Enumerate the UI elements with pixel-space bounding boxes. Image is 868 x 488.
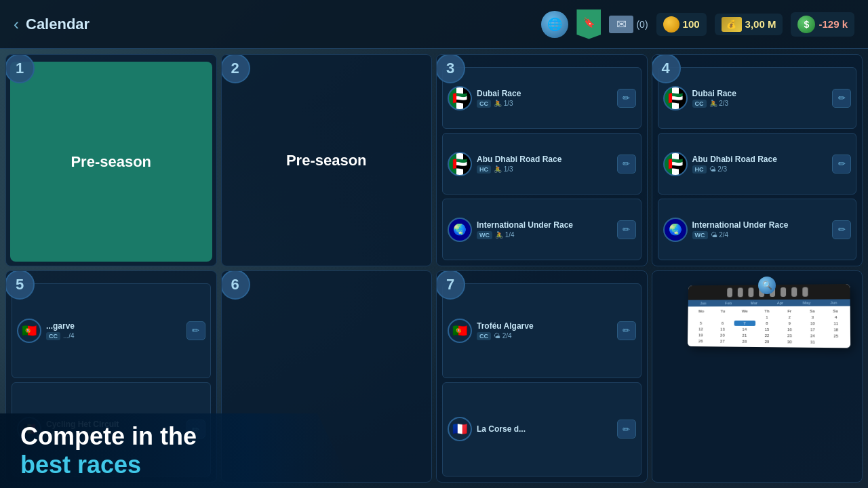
race-badge-row: HC 🚴 1/3 xyxy=(477,165,612,174)
week-8-cell: 🔍 Jan Feb Mar xyxy=(652,270,863,483)
week-4-number: 4 xyxy=(652,54,681,83)
week-1-number: 1 xyxy=(5,54,35,83)
cal-day: 11 xyxy=(825,321,848,326)
cal-day: 5 xyxy=(690,321,711,326)
cal-day: 23 xyxy=(778,333,801,338)
race-info: International Under Race WC 🌤 2/4 xyxy=(692,220,828,239)
week-7-races: 🇵🇹 Troféu Algarve CC 🌤 2/4 ✏ 🇫🇷 La Corse… xyxy=(437,271,647,482)
cal-day-header: Fr xyxy=(778,309,801,313)
cal-day: 8 xyxy=(756,321,778,326)
race-item[interactable]: 🇦🇪 Dubai Race CC 🚴 1/3 ✏ xyxy=(442,67,642,129)
race-name: Abu Dhabi Road Race xyxy=(692,155,828,164)
cal-month: Mar xyxy=(741,301,767,305)
edit-button[interactable]: ✏ xyxy=(617,321,636,340)
cal-day: 6 xyxy=(712,321,733,326)
cal-month: May xyxy=(793,301,820,305)
cal-day: 31 xyxy=(802,339,824,344)
cal-month: Feb xyxy=(715,301,741,305)
cal-day: 16 xyxy=(778,327,801,332)
uae-flag-2: 🇦🇪 xyxy=(448,152,472,176)
spiral-dot xyxy=(791,287,797,297)
fra-flag: 🇫🇷 xyxy=(448,417,472,441)
edit-button[interactable]: ✏ xyxy=(832,89,851,108)
race-badge: CC xyxy=(477,100,491,108)
coin-icon xyxy=(663,16,679,33)
race-item[interactable]: 🇵🇹 ...garve CC .../4 ✏ xyxy=(12,283,211,378)
uae-flag-1: 🇦🇪 xyxy=(448,86,472,110)
race-info: ...garve CC .../4 xyxy=(46,321,182,340)
race-badge: WC xyxy=(692,231,708,239)
race-name: Abu Dhabi Road Race xyxy=(477,155,612,164)
week-5-number: 5 xyxy=(5,270,35,300)
globe-icon[interactable]: 🌐 xyxy=(541,11,568,38)
race-item[interactable]: 🌏 International Under Race WC 🌤 2/4 ✏ xyxy=(658,199,857,260)
race-name: ...garve xyxy=(46,321,182,331)
edit-button[interactable]: ✏ xyxy=(832,155,851,174)
cal-day-header: Sa xyxy=(801,309,824,313)
race-progress: 🌤 2/4 xyxy=(711,231,729,239)
cal-day: 17 xyxy=(802,327,824,332)
spiral-dot xyxy=(727,288,732,298)
week-1-preseason: Pre-season xyxy=(10,62,212,262)
cal-day: 26 xyxy=(690,338,711,344)
bookmark-icon[interactable]: 🔖 xyxy=(576,9,601,39)
race-info: Abu Dhabi Road Race HC 🌤 2/3 xyxy=(692,155,828,174)
back-button[interactable]: ‹ xyxy=(14,15,19,34)
bottom-overlay: Compete in the best races xyxy=(0,413,353,488)
week-4-cell: 4 🇦🇪 Dubai Race CC 🚴 2/3 ✏ 🇦🇪 Abu Dhabi … xyxy=(652,54,863,266)
cal-day: 30 xyxy=(778,339,801,344)
race-badge-row: CC 🌤 2/4 xyxy=(477,332,612,340)
calendar-icon-top: 🔍 xyxy=(758,277,776,294)
race-item[interactable]: 🇵🇹 Troféu Algarve CC 🌤 2/4 ✏ xyxy=(442,283,642,378)
cal-day: 1 xyxy=(756,314,778,320)
race-badge: HC xyxy=(692,165,707,174)
week-2-number: 2 xyxy=(221,54,250,83)
cal-day: 3 xyxy=(802,314,824,320)
race-progress: .../4 xyxy=(63,332,75,340)
race-item[interactable]: 🌏 International Under Race WC 🚴 1/4 ✏ xyxy=(442,199,642,260)
aus-flag-1: 🌏 xyxy=(448,218,472,242)
cal-day: 28 xyxy=(734,339,755,344)
edit-button[interactable]: ✏ xyxy=(617,220,636,239)
race-badge-row: CC 🚴 2/3 xyxy=(692,100,828,108)
edit-button[interactable]: ✏ xyxy=(832,220,851,239)
calendar-widget: 🔍 Jan Feb Mar xyxy=(686,285,848,347)
edit-button[interactable]: ✏ xyxy=(617,420,636,439)
spiral-dot xyxy=(738,288,743,298)
week-3-cell: 3 🇦🇪 Dubai Race CC 🚴 1/3 ✏ 🇦🇪 Abu Dhabi … xyxy=(436,54,648,266)
race-progress: 🌤 2/4 xyxy=(494,332,512,340)
calendar-widget-container: 🔍 Jan Feb Mar xyxy=(652,271,863,482)
cal-day-header: Su xyxy=(824,309,848,313)
week-1-cell: 1 Pre-season xyxy=(5,54,217,266)
cal-day-header: Tu xyxy=(712,309,734,313)
money-value: 3,00 M xyxy=(745,18,776,30)
edit-button[interactable]: ✏ xyxy=(186,321,205,340)
cal-grid: Mo Tu We Th Fr Sa Su · · · 1 xyxy=(688,306,850,348)
cal-day-header: Th xyxy=(756,309,778,313)
uae-flag-4: 🇦🇪 xyxy=(663,152,688,176)
cal-day: · xyxy=(690,314,711,320)
race-badge-row: WC 🌤 2/4 xyxy=(692,231,828,239)
mail-wrap[interactable]: (0) xyxy=(609,16,648,33)
coin-value: 100 xyxy=(683,18,700,30)
edit-button[interactable]: ✏ xyxy=(617,89,636,108)
race-name: Dubai Race xyxy=(477,89,612,98)
topbar: ‹ Calendar 🌐 🔖 (0) 100 💰 3,00 M $ -129 k xyxy=(0,0,868,49)
race-item[interactable]: 🇫🇷 La Corse d... ✏ xyxy=(442,382,642,477)
cal-day: 12 xyxy=(690,327,711,332)
uae-flag-3: 🇦🇪 xyxy=(663,86,688,110)
race-item[interactable]: 🇦🇪 Abu Dhabi Road Race HC 🚴 1/3 ✏ xyxy=(442,133,642,195)
cal-month: Apr xyxy=(767,301,793,305)
money-icon: 💰 xyxy=(722,17,742,32)
week-3-number: 3 xyxy=(436,54,465,83)
race-progress: 🚴 1/3 xyxy=(494,165,513,173)
race-item[interactable]: 🇦🇪 Abu Dhabi Road Race HC 🌤 2/3 ✏ xyxy=(658,133,857,195)
cal-day: 10 xyxy=(802,321,824,326)
race-item[interactable]: 🇦🇪 Dubai Race CC 🚴 2/3 ✏ xyxy=(658,67,857,129)
week-2-label: Pre-season xyxy=(286,152,367,169)
por-flag: 🇵🇹 xyxy=(17,319,41,343)
cal-day: 27 xyxy=(712,338,733,344)
cal-day: 13 xyxy=(712,327,733,332)
overlay-line2: best races xyxy=(20,451,332,479)
edit-button[interactable]: ✏ xyxy=(617,155,636,174)
